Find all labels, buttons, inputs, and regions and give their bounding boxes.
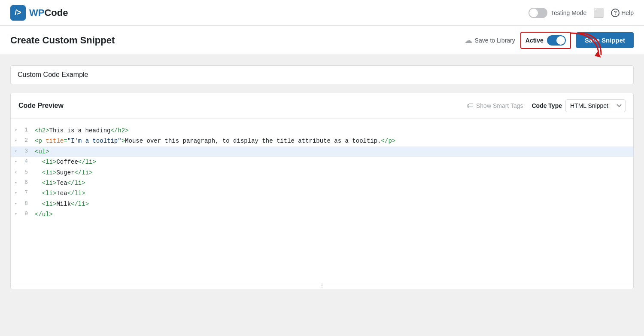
line-number: 7 (21, 189, 35, 198)
line-content: <li>Milk</li> (35, 199, 89, 209)
code-preview-header: Code Preview 🏷 Show Smart Tags Code Type… (11, 93, 633, 119)
line-fold-arrow[interactable]: ▾ (11, 126, 21, 134)
nav-right: Testing Mode ⬜ ? Help (529, 8, 634, 18)
line-content: <li>Tea</li> (35, 178, 85, 188)
line-fold-arrow[interactable]: ▾ (11, 147, 21, 155)
line-number: 4 (21, 157, 35, 166)
line-content: <li>Coffee</li> (35, 157, 96, 167)
save-library-label: Save to Library (475, 37, 515, 44)
logo-text: WPCode (29, 7, 68, 18)
code-line: ▾ 7 <li>Tea</li> (11, 188, 633, 199)
logo-code: Code (44, 7, 68, 18)
line-fold-arrow[interactable]: ▾ (11, 136, 21, 144)
line-number: 2 (21, 136, 35, 145)
help-button[interactable]: ? Help (611, 9, 634, 17)
line-number: 6 (21, 178, 35, 187)
code-line: ▾ 6 <li>Tea</li> (11, 178, 633, 188)
code-line: ▾ 9 </ul> (11, 209, 633, 220)
testing-mode-area: Testing Mode (529, 8, 586, 18)
logo-icon: /> (10, 5, 26, 21)
show-smart-tags-button[interactable]: 🏷 Show Smart Tags (467, 102, 523, 110)
save-to-library-button[interactable]: ☁ Save to Library (465, 36, 515, 45)
cloud-icon: ☁ (465, 36, 472, 45)
top-nav: /> WPCode Testing Mode ⬜ ? Help (0, 0, 644, 26)
tag-icon: 🏷 (467, 102, 474, 110)
save-snippet-button[interactable]: Save Snippet (576, 32, 634, 48)
line-content: <h2>This is a heading</h2> (35, 126, 128, 135)
code-line: ▾ 4 <li>Coffee</li> (11, 157, 633, 167)
code-line: ▾ 2 <p title="I'm a tooltip">Mouse over … (11, 136, 633, 146)
active-label: Active (526, 37, 544, 44)
code-preview-controls: 🏷 Show Smart Tags Code Type HTML Snippet… (467, 99, 626, 112)
snippet-name-input[interactable] (18, 71, 626, 79)
line-fold-arrow[interactable]: ▾ (11, 168, 21, 176)
line-content: </ul> (35, 210, 53, 219)
logo-wp: WP (29, 7, 44, 18)
code-line: ▾ 8 <li>Milk</li> (11, 199, 633, 209)
code-line: ▾ 1 <h2>This is a heading</h2> (11, 125, 633, 136)
snippet-name-wrapper (10, 65, 634, 84)
code-type-select[interactable]: HTML Snippet PHP Snippet CSS Snippet JS … (565, 99, 626, 112)
active-toggle[interactable] (547, 35, 566, 46)
line-content: <p title="I'm a tooltip">Mouse over this… (35, 136, 395, 146)
line-number: 1 (21, 126, 35, 135)
active-toggle-area: Active (520, 32, 571, 49)
line-content: <li>Tea</li> (35, 189, 85, 198)
page-header: Create Custom Snippet ☁ Save to Library … (0, 26, 644, 55)
code-preview-section: Code Preview 🏷 Show Smart Tags Code Type… (10, 93, 634, 289)
resize-icon: ⋮ (319, 282, 325, 289)
page-title: Create Custom Snippet (10, 35, 115, 46)
help-circle-icon: ? (611, 9, 620, 17)
help-label: Help (621, 9, 634, 16)
testing-mode-toggle[interactable] (529, 8, 547, 18)
code-type-area: Code Type HTML Snippet PHP Snippet CSS S… (532, 99, 626, 112)
line-content: <ul> (35, 147, 49, 156)
code-editor[interactable]: ▾ 1 <h2>This is a heading</h2> ▾ 2 <p ti… (11, 119, 633, 282)
line-fold-arrow[interactable]: ▾ (11, 210, 21, 218)
code-line: ▾ 5 <li>Suger</li> (11, 168, 633, 178)
logo: /> WPCode (10, 5, 68, 21)
line-fold-arrow[interactable]: ▾ (11, 157, 21, 165)
line-number: 8 (21, 199, 35, 208)
header-actions: ☁ Save to Library Active Save Snippet (465, 32, 634, 49)
line-fold-arrow[interactable]: ▾ (11, 178, 21, 186)
line-content: <li>Suger</li> (35, 168, 92, 177)
line-number: 9 (21, 210, 35, 219)
line-number: 5 (21, 168, 35, 177)
smart-tags-label: Show Smart Tags (476, 102, 523, 109)
main-content: Code Preview 🏷 Show Smart Tags Code Type… (0, 55, 644, 299)
resize-handle[interactable]: ⋮ (11, 282, 633, 289)
line-fold-arrow[interactable]: ▾ (11, 199, 21, 208)
monitor-icon: ⬜ (593, 8, 604, 18)
code-line: ▾ 3 <ul> (11, 147, 633, 157)
line-fold-arrow[interactable]: ▾ (11, 189, 21, 197)
testing-mode-label: Testing Mode (551, 9, 586, 16)
code-preview-title: Code Preview (18, 102, 64, 110)
line-number: 3 (21, 147, 35, 156)
code-type-label: Code Type (532, 102, 562, 109)
